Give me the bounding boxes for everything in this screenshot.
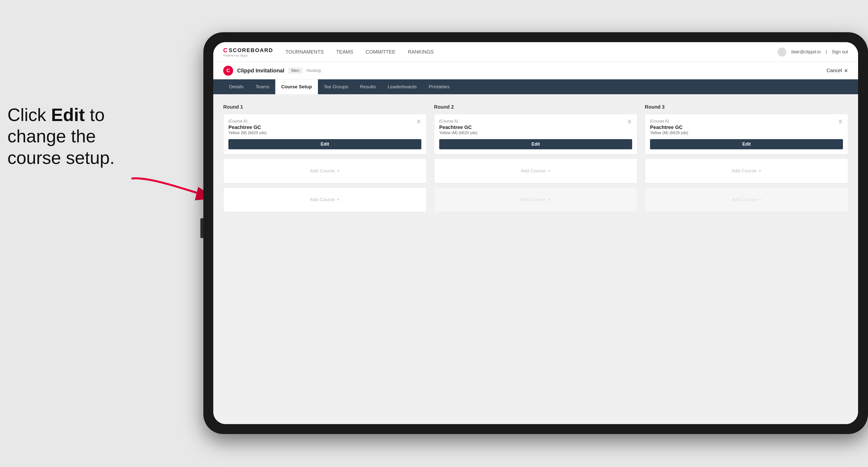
round-1-column: Round 1 🗑 (Course A) Peachtree GC Yellow… — [223, 104, 427, 216]
tab-leaderboards[interactable]: Leaderboards — [382, 80, 423, 94]
instruction-text: Click Edit tochange thecourse setup. — [7, 104, 151, 168]
round-1-title: Round 1 — [223, 104, 427, 110]
sign-out-link[interactable]: Sign out — [832, 49, 848, 55]
round-1-add-label-2: Add Course + — [310, 197, 340, 203]
tournament-logo: C — [223, 66, 233, 75]
nav-link-committee[interactable]: COMMITTEE — [366, 48, 395, 56]
round-3-add-label-1: Add Course + — [732, 168, 762, 174]
round-3-add-label-2: Add Course + — [732, 197, 762, 203]
round-1-plus-icon-2: + — [337, 197, 340, 203]
round-3-course-name: Peachtree GC — [650, 125, 843, 130]
round-3-plus-icon-1: + — [758, 168, 762, 174]
logo-sub: Powered by clippd — [223, 54, 273, 57]
round-3-course-card: 🗑 (Course A) Peachtree GC Yellow (M) (66… — [645, 114, 848, 155]
round-1-course-tee: Yellow (M) (6629 yds) — [228, 131, 421, 135]
tab-printables[interactable]: Printables — [423, 80, 456, 94]
round-1-delete-icon[interactable]: 🗑 — [415, 118, 422, 125]
round-1-add-course-2[interactable]: Add Course + — [223, 187, 427, 212]
user-avatar — [777, 48, 786, 57]
app-container: C SCOREBOARD Powered by clippd TOURNAMEN… — [213, 42, 858, 424]
round-1-plus-icon-1: + — [337, 168, 340, 174]
round-2-course-label: (Course A) — [439, 119, 632, 124]
round-3-column: Round 3 🗑 (Course A) Peachtree GC Yellow… — [645, 104, 848, 216]
tab-details[interactable]: Details — [223, 80, 249, 94]
separator: | — [826, 49, 827, 55]
round-1-course-name: Peachtree GC — [228, 125, 421, 130]
round-2-add-label-2: Add Course + — [521, 197, 551, 203]
tab-bar: Details Teams Course Setup Tee Groups Re… — [213, 80, 858, 94]
tournament-title-area: C Clippd Invitational Men Hosting — [223, 66, 321, 75]
round-3-delete-icon[interactable]: 🗑 — [837, 118, 844, 125]
tournament-name: Clippd Invitational — [237, 67, 284, 74]
round-2-edit-button[interactable]: Edit — [439, 139, 632, 149]
round-2-course-name: Peachtree GC — [439, 125, 632, 130]
instruction-bold: Edit — [51, 105, 85, 125]
round-2-add-label-1: Add Course + — [521, 168, 551, 174]
nav-link-rankings[interactable]: RANKINGS — [408, 48, 434, 56]
main-content: Round 1 🗑 (Course A) Peachtree GC Yellow… — [213, 94, 858, 424]
round-3-add-course-1[interactable]: Add Course + — [645, 158, 848, 183]
tablet-screen: C SCOREBOARD Powered by clippd TOURNAMEN… — [213, 42, 858, 424]
tab-tee-groups[interactable]: Tee Groups — [318, 80, 354, 94]
nav-links: TOURNAMENTS TEAMS COMMITTEE RANKINGS — [285, 48, 777, 56]
round-2-plus-icon-2: + — [548, 197, 551, 203]
tablet-side-button — [200, 218, 204, 238]
round-2-plus-icon-1: + — [548, 168, 551, 174]
round-3-course-tee: Yellow (M) (6629 yds) — [650, 131, 843, 135]
round-2-add-course-1[interactable]: Add Course + — [434, 158, 638, 183]
tab-course-setup[interactable]: Course Setup — [275, 80, 318, 94]
round-2-delete-icon[interactable]: 🗑 — [626, 118, 633, 125]
tablet-frame: C SCOREBOARD Powered by clippd TOURNAMEN… — [204, 32, 868, 434]
round-1-edit-button[interactable]: Edit — [228, 139, 421, 149]
round-2-column: Round 2 🗑 (Course A) Peachtree GC Yellow… — [434, 104, 638, 216]
round-1-add-course-1[interactable]: Add Course + — [223, 158, 427, 183]
round-3-course-label: (Course A) — [650, 119, 843, 124]
round-1-course-label: (Course A) — [228, 119, 421, 124]
round-2-title: Round 2 — [434, 104, 638, 110]
round-3-plus-icon-2: + — [758, 197, 762, 203]
round-1-course-card: 🗑 (Course A) Peachtree GC Yellow (M) (66… — [223, 114, 427, 155]
cancel-button[interactable]: Cancel ✕ — [827, 68, 848, 74]
hosting-badge: Hosting — [307, 68, 321, 73]
nav-link-tournaments[interactable]: TOURNAMENTS — [285, 48, 323, 56]
logo-scoreboard: SCOREBOARD — [229, 47, 273, 54]
round-3-edit-button[interactable]: Edit — [650, 139, 843, 149]
nav-right: blair@clippd.io | Sign out — [777, 48, 848, 57]
nav-link-teams[interactable]: TEAMS — [336, 48, 353, 56]
round-1-add-label-1: Add Course + — [310, 168, 340, 174]
user-email: blair@clippd.io — [792, 49, 820, 55]
tournament-header: C Clippd Invitational Men Hosting Cancel… — [213, 62, 858, 80]
logo-c: C — [223, 47, 227, 54]
tab-results[interactable]: Results — [354, 80, 382, 94]
top-navigation: C SCOREBOARD Powered by clippd TOURNAMEN… — [213, 42, 858, 62]
tournament-gender-badge: Men — [288, 67, 303, 74]
round-2-add-course-2: Add Course + — [434, 187, 638, 212]
tab-teams[interactable]: Teams — [249, 80, 275, 94]
round-3-add-course-2: Add Course + — [645, 187, 848, 212]
rounds-container: Round 1 🗑 (Course A) Peachtree GC Yellow… — [223, 104, 848, 216]
logo-area: C SCOREBOARD Powered by clippd — [223, 47, 273, 57]
cancel-x-icon: ✕ — [844, 68, 848, 74]
round-3-title: Round 3 — [645, 104, 848, 110]
round-2-course-card: 🗑 (Course A) Peachtree GC Yellow (M) (66… — [434, 114, 638, 155]
round-2-course-tee: Yellow (M) (6629 yds) — [439, 131, 632, 135]
